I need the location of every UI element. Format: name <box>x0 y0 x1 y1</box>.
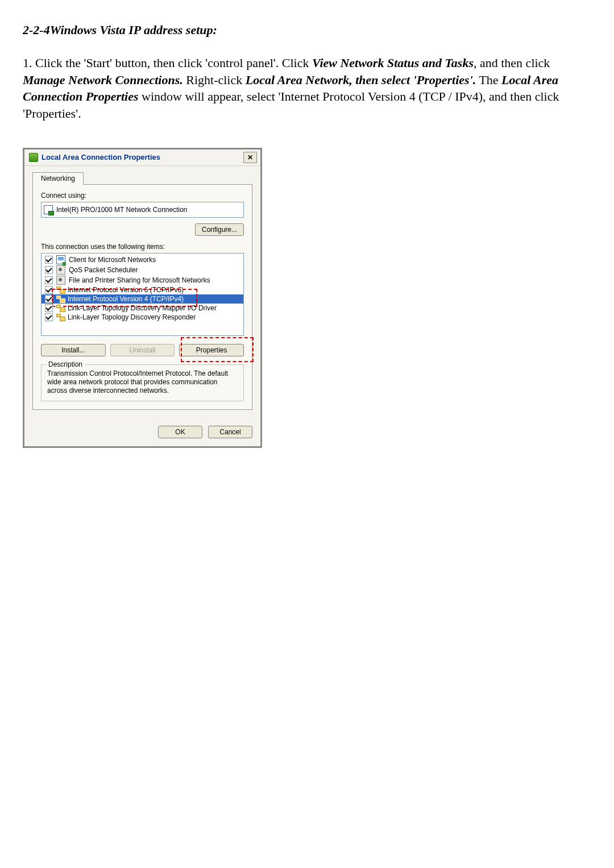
configure-button[interactable]: Configure... <box>195 223 244 236</box>
printer-share-icon <box>56 276 65 285</box>
protocol-icon <box>56 295 64 303</box>
install-button[interactable]: Install... <box>41 344 106 356</box>
title-bar: Local Area Connection Properties ✕ <box>24 149 260 166</box>
window-title: Local Area Connection Properties <box>42 153 160 161</box>
protocol-icon <box>56 304 64 312</box>
checkbox-icon[interactable] <box>45 304 53 312</box>
list-item-label: Client for Microsoft Networks <box>69 256 156 264</box>
list-item-label: Internet Protocol Version 6 (TCP/IPv6) <box>68 286 184 294</box>
protocol-icon <box>56 313 64 321</box>
list-item-label: Link-Layer Topology Discovery Responder <box>68 313 196 321</box>
description-legend: Description <box>46 360 85 368</box>
checkbox-icon[interactable] <box>45 286 53 294</box>
list-item-selected[interactable]: Internet Protocol Version 4 (TCP/IPv4) <box>42 294 243 304</box>
connect-using-label: Connect using: <box>41 192 244 200</box>
list-item[interactable]: Internet Protocol Version 6 (TCP/IPv6) <box>42 285 243 294</box>
list-item-label: QoS Packet Scheduler <box>69 266 138 274</box>
text-strong: View Network Status and Tasks <box>312 56 474 70</box>
tab-networking[interactable]: Networking <box>32 172 84 185</box>
section-heading: 2-2-4Windows Vista IP address setup: <box>23 23 591 38</box>
list-item-label: File and Printer Sharing for Microsoft N… <box>69 276 210 284</box>
properties-dialog: Local Area Connection Properties ✕ Netwo… <box>23 148 262 448</box>
text: 1. Click the 'Start' button, then click … <box>23 56 312 70</box>
list-item[interactable]: File and Printer Sharing for Microsoft N… <box>42 275 243 285</box>
list-item[interactable]: Client for Microsoft Networks <box>42 255 243 265</box>
text: , and then click <box>474 56 550 70</box>
connection-items-list[interactable]: Client for Microsoft Networks QoS Packet… <box>41 253 244 336</box>
checkbox-icon[interactable] <box>45 295 53 303</box>
window-icon <box>29 153 38 162</box>
description-group: Description Transmission Control Protoco… <box>41 364 244 401</box>
text: The <box>476 73 501 87</box>
list-item-label: Internet Protocol Version 4 (TCP/IPv4) <box>68 295 184 303</box>
text-strong: Manage Network Connections. <box>23 73 183 87</box>
list-item[interactable]: Link-Layer Topology Discovery Responder <box>42 313 243 322</box>
text: Right-click <box>183 73 246 87</box>
description-text: Transmission Control Protocol/Internet P… <box>47 369 238 395</box>
tab-page: Connect using: Intel(R) PRO/1000 MT Netw… <box>32 184 252 410</box>
close-button[interactable]: ✕ <box>243 152 257 163</box>
checkbox-icon[interactable] <box>45 276 53 284</box>
adapter-field[interactable]: Intel(R) PRO/1000 MT Network Connection <box>41 202 244 218</box>
properties-button[interactable]: Properties <box>179 344 244 356</box>
list-item[interactable]: QoS Packet Scheduler <box>42 265 243 275</box>
checkbox-icon[interactable] <box>45 256 53 264</box>
cancel-button[interactable]: Cancel <box>208 426 252 438</box>
instruction-paragraph: 1. Click the 'Start' button, then click … <box>23 55 591 122</box>
scheduler-icon <box>56 265 65 275</box>
protocol-icon <box>56 286 64 294</box>
nic-icon <box>44 205 53 214</box>
ok-button[interactable]: OK <box>158 426 202 438</box>
checkbox-icon[interactable] <box>45 313 53 321</box>
uninstall-button: Uninstall <box>110 344 175 356</box>
text-strong: Local Area Network, then select 'Propert… <box>246 73 476 87</box>
adapter-name: Intel(R) PRO/1000 MT Network Connection <box>56 206 188 214</box>
list-item-label: Link-Layer Topology Discovery Mapper I/O… <box>68 304 217 312</box>
items-label: This connection uses the following items… <box>41 243 244 251</box>
client-icon <box>56 255 65 264</box>
list-item[interactable]: Link-Layer Topology Discovery Mapper I/O… <box>42 304 243 313</box>
checkbox-icon[interactable] <box>45 266 53 274</box>
